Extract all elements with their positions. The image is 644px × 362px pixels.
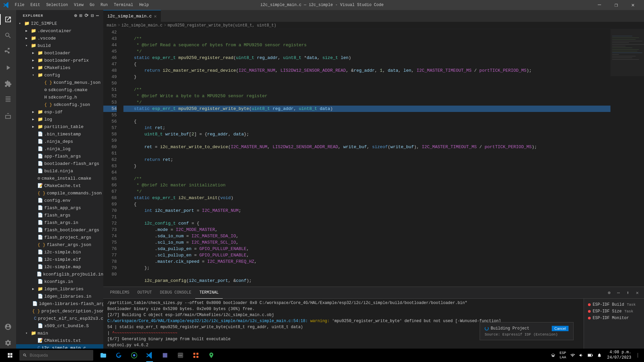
panel-new-terminal[interactable]: ⊕ [605,289,613,297]
new-file-icon[interactable]: ⊕ [74,13,77,18]
tray-battery[interactable] [586,349,594,361]
tree-item-kconfig-menus[interactable]: { } kconfig_menus.json [16,79,103,86]
tree-item-bootloader-prefix[interactable]: ▶📁bootloader-prefix [16,57,103,64]
tree-item-flash-bootloader-args[interactable]: 📄flash_bootloader_args [16,226,103,234]
start-button[interactable] [2,349,18,362]
sidebar-content[interactable]: ▾ 📁 I2C_SIMPLE ▶📁.devcontainer ▶📁.vscode… [16,20,103,354]
tree-item-build-ninja[interactable]: 📄build.ninja [16,167,103,175]
tree-item-bootloader-flash[interactable]: 📄bootloader-flash_args [16,160,103,167]
tree-item-ldgen-libraries[interactable]: ▶📁ldgen_libraries [16,285,103,293]
tree-item-sdkconfig-cmake[interactable]: ⚙ sdkconfig.cmake [16,86,103,94]
tree-item-config-env[interactable]: 📄config.env [16,197,103,204]
minimize-button[interactable]: ─ [592,0,607,10]
maximize-button[interactable]: ❐ [608,0,624,10]
tab-output[interactable]: OUTPUT [133,287,156,299]
tab-debug-console[interactable]: DEBUG CONSOLE [156,287,196,299]
tree-item-x509[interactable]: 📄x509_crt_bundle.S [16,322,103,329]
tree-item-bin-timestamp[interactable]: 📄.bin_timestamp [16,130,103,138]
tree-item-i2c-simple-map[interactable]: 📄i2c-simple.map [16,263,103,270]
tree-item-project-desc[interactable]: { } project_description.json [16,307,103,315]
tree-item-bootloader[interactable]: ▶📁bootloader [16,49,103,57]
menu-help[interactable]: Help [137,2,152,8]
tree-item-ldgen-flash[interactable]: 📄ldgen-libraries-flash_args [16,300,103,307]
taskbar-file-explorer[interactable] [96,349,111,362]
tree-item-config[interactable]: ▾📁config [16,71,103,79]
tab-problems[interactable]: PROBLEMS [106,287,133,299]
tree-item-sdkconfig-h[interactable]: H sdkconfig.h [16,94,103,101]
search-box[interactable] [19,350,93,361]
tray-volume[interactable] [578,349,585,361]
code-content[interactable]: /** * @brief Read a sequence of bytes fr… [119,29,610,287]
activity-testing[interactable] [0,108,16,124]
tree-item-main-folder[interactable]: ▾📁main [16,329,103,337]
tree-item-sdkconfig-json[interactable]: { } sdkconfig.json [16,101,103,108]
cancel-build-button[interactable]: Cancel [552,326,569,331]
tree-item-app-flash[interactable]: 📄app-flash_args [16,153,103,160]
taskbar-calculator[interactable] [173,349,188,362]
breadcrumb-function[interactable]: mpu9250_register_write_byte(uint8_t, uin… [168,23,276,28]
refresh-icon[interactable]: ⟳ [85,13,89,18]
tree-item-i2c-simple-elf[interactable]: 📄i2c-simple.elf [16,256,103,263]
panel-maximize[interactable]: ⬆ [624,289,632,297]
activity-source-control[interactable] [0,44,16,60]
tree-item-project-elf[interactable]: C project_elf_src_esp32s3.c [16,315,103,322]
activity-explorer[interactable] [0,11,16,27]
tree-item-kconfiglib[interactable]: 📄kconfiglib_projbuild.in [16,270,103,278]
tab-terminal[interactable]: TERMINAL [195,287,223,299]
activity-search[interactable] [0,27,16,44]
tree-item-kconfigs-in[interactable]: 📄kconfigs.in [16,278,103,285]
menu-edit[interactable]: Edit [28,2,43,8]
tree-item-vscode[interactable]: ▶📁.vscode [16,35,103,42]
tree-item-compile-commands[interactable]: { } compile_commands.json [16,189,103,197]
search-input[interactable] [30,353,90,358]
tray-notifications[interactable] [596,349,603,361]
tree-item-flash-args-in[interactable]: 📄flash_args.in [16,219,103,226]
activity-accounts[interactable] [0,319,16,335]
menu-terminal[interactable]: Terminal [111,2,136,8]
tab-main-c[interactable]: i2c_simple_main.c ✕ [103,10,161,22]
tree-root[interactable]: ▾ 📁 I2C_SIMPLE [16,20,103,27]
tree-item-devcontainer[interactable]: ▶📁.devcontainer [16,27,103,35]
taskbar-teams[interactable] [158,349,172,362]
taskbar-maps[interactable] [204,349,219,362]
menu-file[interactable]: File [12,2,27,8]
panel-split[interactable]: ⋯ [614,289,623,297]
tree-item-cmakecache[interactable]: 📝CMakeCache.txt [16,182,103,189]
breadcrumb-file[interactable]: i2c_simple_main.c [121,23,162,28]
tray-language[interactable]: ESPLAA [558,349,568,361]
tree-item-flasher-args[interactable]: { } flasher_args.json [16,241,103,248]
task-espidf-build[interactable]: ESP-IDF Build Task [587,301,641,308]
close-button[interactable]: ✕ [625,0,641,10]
tree-item-espidf[interactable]: ▶📁esp-idf [16,108,103,116]
taskbar-vscode[interactable] [142,349,157,362]
taskbar-app-extra[interactable] [189,349,203,362]
taskbar-chrome[interactable] [127,349,142,362]
tray-network-up[interactable] [549,349,557,361]
menu-go[interactable]: Go [87,2,97,8]
menu-view[interactable]: View [71,2,86,8]
activity-run-debug[interactable] [0,60,16,76]
task-espidf-size[interactable]: ESP-IDF Size Task [587,308,641,315]
clock[interactable]: 4:08 p.m. 24/07/2023 [604,350,634,360]
more-options-icon[interactable]: ⋯ [96,13,99,18]
tree-item-cmake-install[interactable]: ⚙ cmake_install.cmake [16,175,103,182]
tree-item-flash-args[interactable]: 📄flash_args [16,212,103,219]
tab-close-icon[interactable]: ✕ [154,13,157,19]
tree-item-log[interactable]: ▶📁log [16,116,103,123]
menu-run[interactable]: Run [98,2,111,8]
activity-remote[interactable] [0,92,16,108]
tray-show-desktop[interactable] [635,349,639,361]
tree-item-cmakefiles[interactable]: ▶📁CMakeFiles [16,64,103,71]
menu-selection[interactable]: Selection [44,2,71,8]
new-folder-icon[interactable]: ⊞ [79,13,83,18]
taskbar-edge[interactable] [111,349,126,362]
tree-item-ninja-deps[interactable]: 📄.ninja_deps [16,138,103,145]
tree-item-partition-table[interactable]: ▶📁partition_table [16,123,103,130]
tree-item-ldgen-libraries-in[interactable]: 📄ldgen_libraries.in [16,293,103,300]
tree-item-build[interactable]: ▾📁build [16,42,103,49]
panel-close[interactable]: ✕ [633,289,641,297]
tree-item-flash-project-args[interactable]: 📄flash_project_args [16,234,103,241]
tree-item-ninja-log[interactable]: 📄.ninja_log [16,145,103,153]
tree-item-cmakelists[interactable]: 📝CMakeLists.txt [16,337,103,344]
breadcrumb-main[interactable]: main [107,23,116,28]
